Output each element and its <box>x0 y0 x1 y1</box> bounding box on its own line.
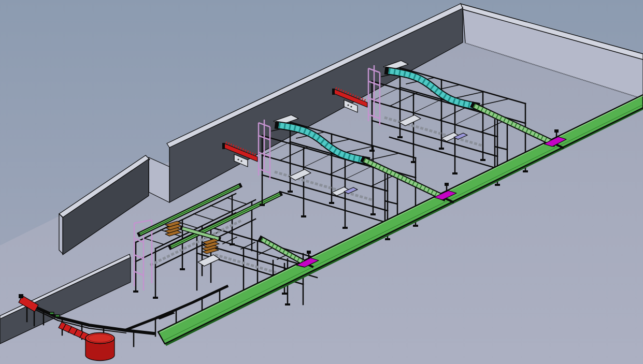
plate-2-sensor <box>445 183 449 186</box>
infeed-bar-cap <box>222 143 225 149</box>
goalpost-foot <box>282 293 287 295</box>
product-on-belt <box>55 315 60 317</box>
chute-end-cap <box>19 294 23 298</box>
scene-canvas[interactable] <box>0 0 643 364</box>
wall-step-left-sliver <box>59 214 63 254</box>
rotary-drum-top[interactable] <box>85 333 115 344</box>
plate-3-sensor <box>554 129 559 133</box>
product-on-belt <box>50 312 54 314</box>
cad-viewport[interactable] <box>0 0 643 364</box>
panel-dot <box>237 158 239 160</box>
plate-1-sensor <box>307 251 311 254</box>
panel-dot <box>240 160 242 162</box>
